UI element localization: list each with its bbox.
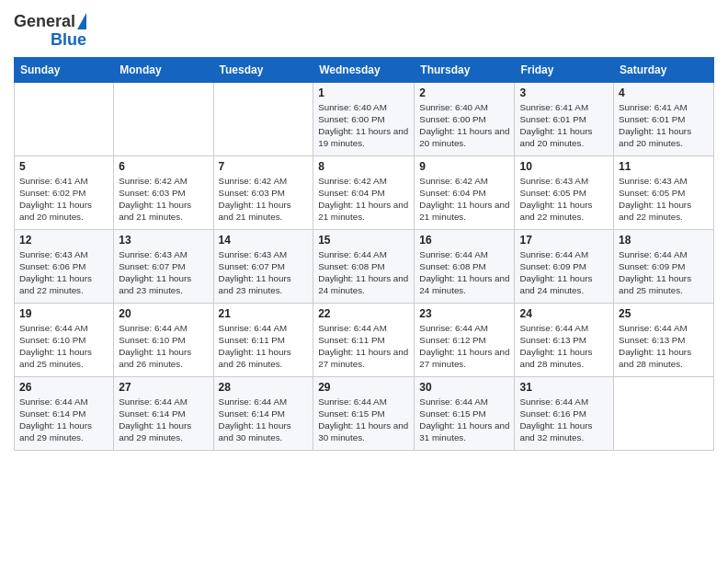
calendar-cell: 1Sunrise: 6:40 AM Sunset: 6:00 PM Daylig… — [313, 82, 415, 155]
day-number: 9 — [419, 160, 509, 173]
calendar-cell: 22Sunrise: 6:44 AM Sunset: 6:11 PM Dayli… — [313, 303, 415, 376]
calendar-cell: 29Sunrise: 6:44 AM Sunset: 6:15 PM Dayli… — [313, 376, 415, 450]
calendar-table: SundayMondayTuesdayWednesdayThursdayFrid… — [14, 57, 714, 451]
calendar-cell: 21Sunrise: 6:44 AM Sunset: 6:11 PM Dayli… — [213, 303, 313, 376]
weekday-header-friday: Friday — [515, 57, 614, 82]
calendar-week-row: 26Sunrise: 6:44 AM Sunset: 6:14 PM Dayli… — [15, 376, 714, 450]
day-info: Sunrise: 6:43 AM Sunset: 6:07 PM Dayligh… — [119, 248, 208, 297]
page-header: General Blue — [14, 9, 714, 50]
day-info: Sunrise: 6:44 AM Sunset: 6:09 PM Dayligh… — [619, 248, 709, 297]
calendar-cell — [15, 82, 114, 155]
calendar-week-row: 19Sunrise: 6:44 AM Sunset: 6:10 PM Dayli… — [15, 303, 714, 376]
calendar-cell: 24Sunrise: 6:44 AM Sunset: 6:13 PM Dayli… — [515, 303, 614, 376]
day-info: Sunrise: 6:42 AM Sunset: 6:03 PM Dayligh… — [119, 175, 208, 224]
day-number: 2 — [419, 86, 509, 99]
day-info: Sunrise: 6:44 AM Sunset: 6:15 PM Dayligh… — [318, 396, 409, 444]
calendar-cell: 8Sunrise: 6:42 AM Sunset: 6:04 PM Daylig… — [313, 155, 415, 229]
calendar-week-row: 1Sunrise: 6:40 AM Sunset: 6:00 PM Daylig… — [15, 82, 714, 155]
day-info: Sunrise: 6:44 AM Sunset: 6:14 PM Dayligh… — [119, 396, 208, 444]
calendar-cell: 7Sunrise: 6:42 AM Sunset: 6:03 PM Daylig… — [213, 155, 313, 229]
day-info: Sunrise: 6:40 AM Sunset: 6:00 PM Dayligh… — [318, 101, 409, 150]
day-info: Sunrise: 6:44 AM Sunset: 6:13 PM Dayligh… — [519, 322, 609, 371]
calendar-cell: 31Sunrise: 6:44 AM Sunset: 6:16 PM Dayli… — [515, 376, 614, 450]
day-info: Sunrise: 6:41 AM Sunset: 6:02 PM Dayligh… — [19, 175, 108, 224]
day-info: Sunrise: 6:41 AM Sunset: 6:01 PM Dayligh… — [619, 101, 709, 150]
day-number: 8 — [318, 160, 409, 173]
day-info: Sunrise: 6:43 AM Sunset: 6:05 PM Dayligh… — [619, 175, 709, 224]
calendar-cell: 23Sunrise: 6:44 AM Sunset: 6:12 PM Dayli… — [415, 303, 515, 376]
calendar-cell — [614, 376, 714, 450]
day-info: Sunrise: 6:44 AM Sunset: 6:16 PM Dayligh… — [519, 396, 609, 444]
day-info: Sunrise: 6:43 AM Sunset: 6:07 PM Dayligh… — [219, 248, 309, 297]
day-info: Sunrise: 6:44 AM Sunset: 6:15 PM Dayligh… — [419, 396, 509, 444]
day-info: Sunrise: 6:40 AM Sunset: 6:00 PM Dayligh… — [419, 101, 509, 150]
calendar-cell: 19Sunrise: 6:44 AM Sunset: 6:10 PM Dayli… — [15, 303, 114, 376]
day-info: Sunrise: 6:44 AM Sunset: 6:11 PM Dayligh… — [219, 322, 309, 371]
calendar-cell: 14Sunrise: 6:43 AM Sunset: 6:07 PM Dayli… — [213, 229, 313, 303]
day-info: Sunrise: 6:44 AM Sunset: 6:09 PM Dayligh… — [519, 248, 609, 297]
calendar-cell: 11Sunrise: 6:43 AM Sunset: 6:05 PM Dayli… — [614, 155, 714, 229]
day-number: 1 — [318, 86, 409, 99]
day-number: 19 — [19, 307, 108, 320]
weekday-header-saturday: Saturday — [614, 57, 714, 82]
calendar-cell: 12Sunrise: 6:43 AM Sunset: 6:06 PM Dayli… — [15, 229, 114, 303]
calendar-cell: 13Sunrise: 6:43 AM Sunset: 6:07 PM Dayli… — [114, 229, 213, 303]
calendar-cell — [114, 82, 213, 155]
calendar-cell: 28Sunrise: 6:44 AM Sunset: 6:14 PM Dayli… — [213, 376, 313, 450]
day-number: 10 — [519, 160, 609, 173]
weekday-header-wednesday: Wednesday — [313, 57, 415, 82]
day-info: Sunrise: 6:44 AM Sunset: 6:10 PM Dayligh… — [119, 322, 208, 371]
day-number: 7 — [219, 160, 309, 173]
logo: General Blue — [14, 13, 86, 50]
day-info: Sunrise: 6:42 AM Sunset: 6:04 PM Dayligh… — [318, 175, 409, 224]
calendar-cell: 3Sunrise: 6:41 AM Sunset: 6:01 PM Daylig… — [515, 82, 614, 155]
day-info: Sunrise: 6:42 AM Sunset: 6:04 PM Dayligh… — [419, 175, 509, 224]
day-number: 6 — [119, 160, 208, 173]
calendar-cell: 2Sunrise: 6:40 AM Sunset: 6:00 PM Daylig… — [415, 82, 515, 155]
day-number: 30 — [419, 381, 509, 394]
calendar-cell — [213, 82, 313, 155]
day-number: 24 — [519, 307, 609, 320]
day-number: 11 — [619, 160, 709, 173]
calendar-cell: 16Sunrise: 6:44 AM Sunset: 6:08 PM Dayli… — [415, 229, 515, 303]
weekday-header-thursday: Thursday — [415, 57, 515, 82]
calendar-cell: 10Sunrise: 6:43 AM Sunset: 6:05 PM Dayli… — [515, 155, 614, 229]
calendar-cell: 27Sunrise: 6:44 AM Sunset: 6:14 PM Dayli… — [114, 376, 213, 450]
calendar-cell: 26Sunrise: 6:44 AM Sunset: 6:14 PM Dayli… — [15, 376, 114, 450]
day-info: Sunrise: 6:43 AM Sunset: 6:05 PM Dayligh… — [519, 175, 609, 224]
weekday-header-monday: Monday — [114, 57, 213, 82]
weekday-header-tuesday: Tuesday — [213, 57, 313, 82]
day-number: 12 — [19, 234, 108, 247]
calendar-cell: 25Sunrise: 6:44 AM Sunset: 6:13 PM Dayli… — [614, 303, 714, 376]
day-info: Sunrise: 6:44 AM Sunset: 6:10 PM Dayligh… — [19, 322, 108, 371]
day-number: 14 — [219, 234, 309, 247]
day-info: Sunrise: 6:44 AM Sunset: 6:14 PM Dayligh… — [219, 396, 309, 444]
day-number: 25 — [619, 307, 709, 320]
day-info: Sunrise: 6:41 AM Sunset: 6:01 PM Dayligh… — [519, 101, 609, 150]
day-number: 21 — [219, 307, 309, 320]
day-number: 27 — [119, 381, 208, 394]
calendar-cell: 15Sunrise: 6:44 AM Sunset: 6:08 PM Dayli… — [313, 229, 415, 303]
day-number: 23 — [419, 307, 509, 320]
day-info: Sunrise: 6:42 AM Sunset: 6:03 PM Dayligh… — [219, 175, 309, 224]
calendar-cell: 30Sunrise: 6:44 AM Sunset: 6:15 PM Dayli… — [415, 376, 515, 450]
day-number: 29 — [318, 381, 409, 394]
day-number: 15 — [318, 234, 409, 247]
weekday-header-row: SundayMondayTuesdayWednesdayThursdayFrid… — [15, 57, 714, 82]
day-info: Sunrise: 6:44 AM Sunset: 6:08 PM Dayligh… — [318, 248, 409, 297]
day-number: 18 — [619, 234, 709, 247]
day-number: 4 — [619, 86, 709, 99]
day-info: Sunrise: 6:44 AM Sunset: 6:08 PM Dayligh… — [419, 248, 509, 297]
calendar-week-row: 12Sunrise: 6:43 AM Sunset: 6:06 PM Dayli… — [15, 229, 714, 303]
logo-general: General — [14, 13, 75, 31]
day-info: Sunrise: 6:44 AM Sunset: 6:14 PM Dayligh… — [19, 396, 108, 444]
logo-triangle-icon — [77, 13, 86, 29]
day-number: 16 — [419, 234, 509, 247]
day-info: Sunrise: 6:44 AM Sunset: 6:11 PM Dayligh… — [318, 322, 409, 371]
day-number: 5 — [19, 160, 108, 173]
calendar-cell: 4Sunrise: 6:41 AM Sunset: 6:01 PM Daylig… — [614, 82, 714, 155]
calendar-week-row: 5Sunrise: 6:41 AM Sunset: 6:02 PM Daylig… — [15, 155, 714, 229]
calendar-cell: 17Sunrise: 6:44 AM Sunset: 6:09 PM Dayli… — [515, 229, 614, 303]
calendar-cell: 20Sunrise: 6:44 AM Sunset: 6:10 PM Dayli… — [114, 303, 213, 376]
day-number: 22 — [318, 307, 409, 320]
